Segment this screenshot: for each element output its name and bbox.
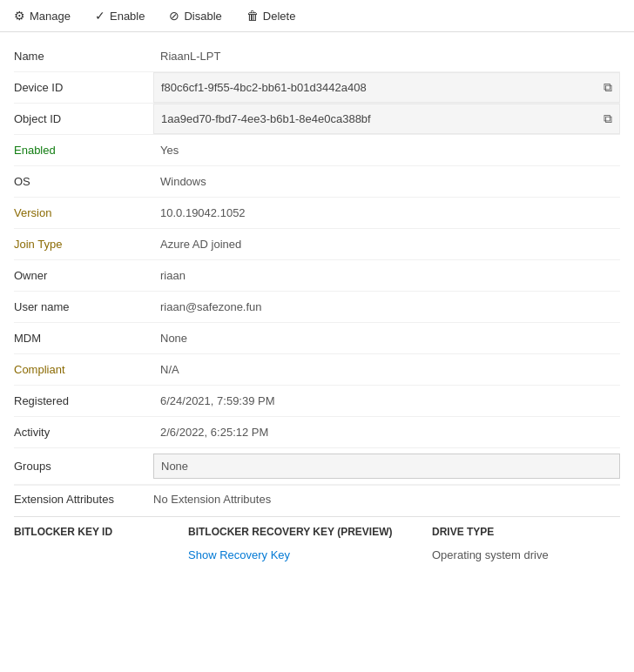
enable-icon: ✓: [95, 9, 105, 23]
extension-attributes-label: Extension Attributes: [14, 493, 153, 506]
registered-row: Registered 6/24/2021, 7:59:39 PM: [14, 386, 620, 417]
manage-label: Manage: [30, 10, 71, 23]
device-id-copy-icon[interactable]: ⧉: [597, 80, 612, 95]
name-label: Name: [14, 41, 153, 71]
owner-value: riaan: [153, 260, 620, 291]
disable-label: Disable: [184, 10, 221, 23]
bitlocker-key-id-header: BITLOCKER KEY ID: [14, 526, 188, 538]
toolbar: ⚙ Manage ✓ Enable ⊘ Disable 🗑 Delete: [0, 0, 634, 32]
mdm-label: MDM: [14, 323, 153, 353]
enabled-label: Enabled: [14, 135, 153, 165]
registered-value: 6/24/2021, 7:59:39 PM: [153, 386, 620, 416]
name-value: RiaanL-LPT: [153, 41, 620, 71]
username-row: User name riaan@safezone.fun: [14, 292, 620, 323]
bitlocker-section-header: BITLOCKER KEY ID BITLOCKER RECOVERY KEY …: [14, 516, 620, 543]
os-row: OS Windows: [14, 166, 620, 198]
device-id-row: Device ID f80c6cf1-9f55-4bc2-bb61-b01d34…: [14, 72, 620, 104]
enabled-row: Enabled Yes: [14, 135, 620, 166]
compliant-label: Compliant: [14, 354, 153, 385]
registered-label: Registered: [14, 386, 153, 416]
show-recovery-key-link[interactable]: Show Recovery Key: [188, 548, 290, 561]
groups-value: None: [153, 454, 620, 479]
manage-button[interactable]: ⚙ Manage: [10, 7, 74, 24]
os-value: Windows: [153, 166, 620, 197]
activity-value: 2/6/2022, 6:25:12 PM: [153, 417, 620, 447]
object-id-value: 1aa9ed70-fbd7-4ee3-b6b1-8e4e0ca388bf: [161, 112, 371, 125]
object-id-row: Object ID 1aa9ed70-fbd7-4ee3-b6b1-8e4e0c…: [14, 104, 620, 135]
os-label: OS: [14, 166, 153, 197]
enabled-value: Yes: [153, 135, 620, 165]
bitlocker-drive-type-header: DRIVE TYPE: [432, 526, 620, 538]
enable-button[interactable]: ✓ Enable: [91, 7, 148, 24]
bitlocker-recovery-key-header: BITLOCKER RECOVERY KEY (Preview): [188, 526, 432, 538]
device-id-value: f80c6cf1-9f55-4bc2-bb61-b01d3442a408: [161, 81, 367, 94]
object-id-label: Object ID: [14, 104, 153, 134]
device-details-panel: Name RiaanL-LPT Device ID f80c6cf1-9f55-…: [0, 32, 634, 575]
bitlocker-drive-type-value: Operating system drive: [432, 548, 620, 561]
bitlocker-recovery-key-cell: Show Recovery Key: [188, 548, 432, 561]
version-label: Version: [14, 198, 153, 228]
delete-icon: 🗑: [246, 9, 259, 23]
join-type-row: Join Type Azure AD joined: [14, 229, 620, 260]
activity-row: Activity 2/6/2022, 6:25:12 PM: [14, 417, 620, 448]
disable-button[interactable]: ⊘ Disable: [165, 7, 225, 24]
groups-label: Groups: [14, 448, 153, 484]
extension-attributes-value: No Extension Attributes: [153, 493, 620, 506]
object-id-value-box: 1aa9ed70-fbd7-4ee3-b6b1-8e4e0ca388bf ⧉: [153, 104, 620, 134]
join-type-label: Join Type: [14, 229, 153, 259]
mdm-row: MDM None: [14, 323, 620, 354]
groups-row: Groups None: [14, 448, 620, 485]
bitlocker-data-row: Show Recovery Key Operating system drive: [14, 543, 620, 567]
username-value: riaan@safezone.fun: [153, 292, 620, 322]
name-row: Name RiaanL-LPT: [14, 41, 620, 72]
object-id-copy-icon[interactable]: ⧉: [597, 111, 612, 126]
device-id-value-box: f80c6cf1-9f55-4bc2-bb61-b01d3442a408 ⧉: [153, 72, 620, 103]
owner-label: Owner: [14, 260, 153, 291]
compliant-row: Compliant N/A: [14, 354, 620, 386]
version-row: Version 10.0.19042.1052: [14, 198, 620, 229]
delete-button[interactable]: 🗑 Delete: [243, 7, 300, 24]
delete-label: Delete: [263, 10, 296, 23]
activity-label: Activity: [14, 417, 153, 447]
compliant-value: N/A: [153, 354, 620, 385]
disable-icon: ⊘: [169, 9, 179, 23]
version-value: 10.0.19042.1052: [153, 198, 620, 228]
owner-row: Owner riaan: [14, 260, 620, 292]
device-id-label: Device ID: [14, 72, 153, 103]
username-label: User name: [14, 292, 153, 322]
join-type-value: Azure AD joined: [153, 229, 620, 259]
manage-icon: ⚙: [14, 9, 25, 23]
extension-attributes-row: Extension Attributes No Extension Attrib…: [14, 485, 620, 513]
enable-label: Enable: [110, 10, 145, 23]
mdm-value: None: [153, 323, 620, 353]
